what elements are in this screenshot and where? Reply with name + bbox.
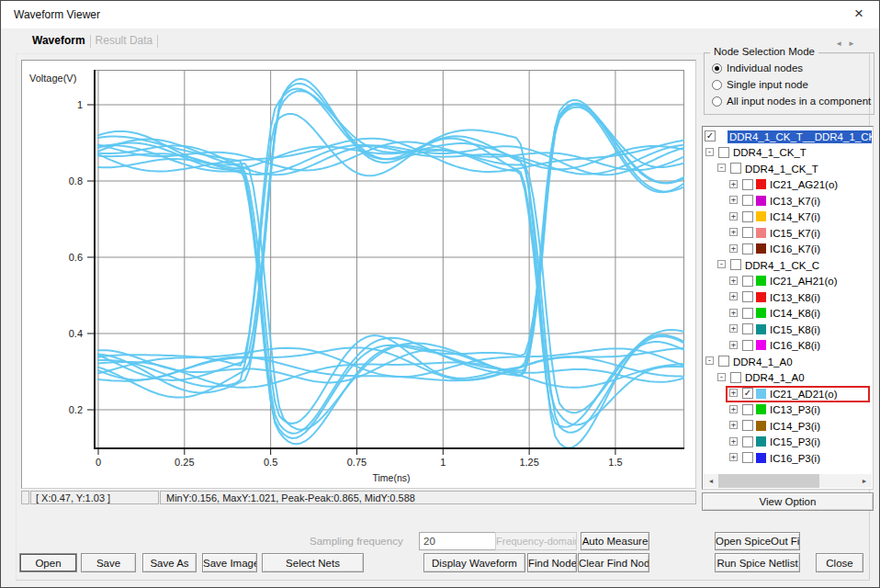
- scrollbar-thumb[interactable]: [718, 474, 819, 488]
- run-spice-netlist-button[interactable]: Run Spice Netlist: [715, 553, 800, 572]
- scroll-left-icon[interactable]: ◄: [704, 474, 718, 488]
- tree-item-ddr4-1-ck-t[interactable]: -DDR4_1_CK_T: [703, 145, 873, 162]
- frequency-domain-button[interactable]: Frequency-domain: [495, 532, 577, 550]
- open-button[interactable]: Open: [19, 553, 77, 572]
- node-checkbox[interactable]: [718, 356, 729, 367]
- node-label[interactable]: DDR4_1_CK_T__DDR4_1_CK_C_D: [728, 130, 872, 143]
- tab-scroll-right-icon[interactable]: ►: [848, 40, 861, 48]
- tab-result-data[interactable]: Result Data: [92, 34, 157, 47]
- node-label[interactable]: DDR4_1_CK_T: [745, 163, 818, 175]
- node-checkbox[interactable]: [742, 276, 753, 287]
- tree-item-ic15-k7-i-[interactable]: +IC15_K7(i): [703, 225, 873, 242]
- tree-item-ddr4-1-a0[interactable]: -DDR4_1_A0: [703, 354, 873, 370]
- tree-item-ddr4-1-ck-t[interactable]: -DDR4_1_CK_T: [703, 161, 873, 177]
- node-checkbox[interactable]: [742, 323, 753, 334]
- tree-item-ic15-k8-i-[interactable]: +IC15_K8(i): [703, 322, 873, 338]
- expand-icon[interactable]: +: [729, 421, 738, 429]
- node-checkbox[interactable]: [730, 163, 741, 174]
- node-checkbox[interactable]: [742, 243, 753, 254]
- expand-icon[interactable]: +: [729, 196, 738, 204]
- expand-icon[interactable]: +: [729, 453, 738, 461]
- node-label[interactable]: IC14_K7(i): [770, 210, 820, 223]
- node-label[interactable]: DDR4_1_CK_T: [733, 146, 807, 159]
- save-button[interactable]: Save: [81, 553, 136, 572]
- node-label[interactable]: IC13_K7(i): [770, 195, 820, 208]
- tree-item-ic13-k8-i-[interactable]: +IC13_K8(i): [703, 289, 873, 306]
- tree-item-ddr4-1-ck-c[interactable]: -DDR4_1_CK_C: [703, 257, 873, 274]
- expand-icon[interactable]: +: [729, 309, 738, 317]
- expand-icon[interactable]: +: [729, 292, 738, 300]
- tree-item-ic14-k7-i-[interactable]: +IC14_K7(i): [703, 209, 873, 226]
- save-as-button[interactable]: Save As: [142, 553, 197, 572]
- node-label[interactable]: IC13_P3(i): [770, 403, 820, 416]
- tree-item-ic21-ag21-o-[interactable]: +IC21_AG21(o): [703, 177, 873, 194]
- node-checkbox[interactable]: ✓: [705, 130, 716, 141]
- tree-item-ic16-k8-i-[interactable]: +IC16_K8(i): [703, 338, 873, 355]
- open-spiceout-file-button[interactable]: Open SpiceOut File: [715, 532, 800, 550]
- find-node-button[interactable]: Find Node: [527, 553, 577, 572]
- waveform-chart[interactable]: Voltage(V)10.80.60.40.200.250.50.7511.25…: [24, 62, 694, 486]
- tab-scroll-left-icon[interactable]: ◄: [835, 40, 848, 48]
- node-label[interactable]: IC16_K8(i): [770, 339, 820, 352]
- expand-icon[interactable]: +: [729, 437, 738, 446]
- tree-item-ic13-k7-i-[interactable]: +IC13_K7(i): [703, 193, 873, 209]
- node-checkbox[interactable]: [742, 452, 753, 463]
- node-label[interactable]: IC16_K7(i): [770, 243, 820, 255]
- collapse-icon[interactable]: -: [717, 260, 726, 268]
- node-checkbox[interactable]: [742, 340, 753, 351]
- tree-item-ic16-p3-i-[interactable]: +IC16_P3(i): [703, 450, 873, 467]
- node-label[interactable]: DDR4_1_CK_C: [745, 259, 819, 272]
- tree-item-ic21-ad21-o-[interactable]: +✓IC21_AD21(o): [703, 386, 873, 402]
- node-checkbox[interactable]: [742, 420, 753, 431]
- node-checkbox[interactable]: [742, 211, 753, 222]
- close-button[interactable]: Close: [816, 553, 863, 572]
- radio-all-input-nodes[interactable]: All input nodes in a component: [712, 96, 871, 108]
- node-checkbox[interactable]: [730, 372, 741, 383]
- tree-item-ic13-p3-i-[interactable]: +IC13_P3(i): [703, 402, 873, 419]
- tree-item-ddr4-1-ck-t-ddr4-1-ck-c-d[interactable]: ✓DDR4_1_CK_T__DDR4_1_CK_C_D: [703, 129, 873, 145]
- tab-scroll-arrows[interactable]: ◄►: [835, 40, 861, 48]
- expand-icon[interactable]: +: [729, 341, 738, 349]
- expand-icon[interactable]: +: [729, 277, 738, 285]
- radio-button-icon[interactable]: [712, 80, 722, 90]
- scroll-right-icon[interactable]: ►: [857, 474, 872, 488]
- save-image-button[interactable]: Save Image: [202, 553, 257, 572]
- select-nets-button[interactable]: Select Nets: [262, 553, 364, 572]
- node-checkbox[interactable]: [742, 179, 753, 190]
- tree-horizontal-scrollbar[interactable]: ◄ ►: [704, 474, 872, 488]
- collapse-icon[interactable]: -: [717, 164, 726, 172]
- tree-item-ic14-k8-i-[interactable]: +IC14_K8(i): [703, 306, 873, 322]
- node-label[interactable]: IC15_K7(i): [770, 227, 820, 240]
- node-checkbox[interactable]: [742, 195, 753, 206]
- node-label[interactable]: IC15_K8(i): [770, 323, 820, 336]
- radio-individual-nodes[interactable]: Individual nodes: [712, 62, 803, 75]
- node-checkbox[interactable]: [742, 436, 753, 447]
- close-icon[interactable]: ×: [844, 2, 874, 27]
- expand-icon[interactable]: +: [729, 212, 738, 220]
- tree-item-ddr4-1-a0[interactable]: -DDR4_1_A0: [703, 370, 873, 387]
- node-checkbox[interactable]: [742, 227, 753, 238]
- expand-icon[interactable]: +: [729, 324, 738, 333]
- tree-item-ic14-p3-i-[interactable]: +IC14_P3(i): [703, 418, 873, 435]
- clear-find-node-button[interactable]: Clear Find Node: [578, 553, 649, 572]
- expand-icon[interactable]: +: [729, 180, 738, 188]
- node-label[interactable]: IC13_K8(i): [770, 291, 820, 304]
- node-checkbox[interactable]: [742, 404, 753, 415]
- tree-item-ic15-p3-i-[interactable]: +IC15_P3(i): [703, 435, 873, 451]
- expand-icon[interactable]: +: [729, 228, 738, 236]
- radio-button-icon[interactable]: [712, 63, 722, 74]
- collapse-icon[interactable]: -: [717, 373, 726, 381]
- expand-icon[interactable]: +: [729, 405, 738, 413]
- collapse-icon[interactable]: -: [705, 356, 714, 365]
- display-waveform-button[interactable]: Display Waveform: [423, 553, 525, 572]
- node-label[interactable]: DDR4_1_A0: [745, 371, 805, 384]
- node-label[interactable]: IC16_P3(i): [770, 452, 820, 465]
- tab-waveform[interactable]: Waveform: [28, 34, 89, 47]
- collapse-icon[interactable]: -: [705, 148, 714, 156]
- radio-button-icon[interactable]: [712, 96, 722, 107]
- expand-icon[interactable]: +: [729, 244, 738, 253]
- tree-item-ic21-ah21-o-[interactable]: +IC21_AH21(o): [703, 274, 873, 290]
- node-label[interactable]: IC15_P3(i): [770, 435, 820, 448]
- node-label[interactable]: IC21_AH21(o): [770, 275, 838, 288]
- auto-measure-button[interactable]: Auto Measure: [581, 532, 649, 550]
